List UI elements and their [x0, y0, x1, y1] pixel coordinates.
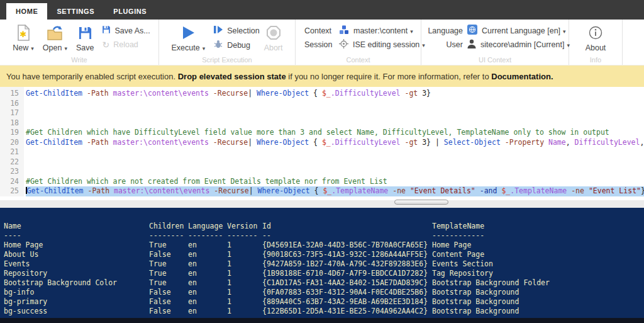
- code-editor[interactable]: 15Get-ChildItem -Path master:\content\ev…: [0, 87, 644, 196]
- console-cell-template: Tag Repository: [432, 269, 640, 278]
- info-icon: [589, 23, 602, 42]
- tab-settings[interactable]: SETTINGS: [47, 3, 104, 20]
- svg-text:✱: ✱: [20, 30, 27, 39]
- documentation-link[interactable]: Documentation.: [491, 72, 553, 81]
- console-cell-id: {9427A859-1B27-470A-A79C-432F892883E6}: [262, 259, 432, 269]
- code-line[interactable]: 17: [0, 108, 644, 118]
- col-header-version: Version: [227, 222, 262, 231]
- selection-button[interactable]: Selection: [213, 25, 259, 36]
- console-cell-children: True: [149, 259, 188, 269]
- user-icon: [467, 39, 476, 50]
- console-cell-version: 1: [227, 297, 262, 307]
- new-document-icon: ✱: [16, 23, 30, 42]
- console-cell-language: en: [188, 278, 227, 288]
- line-number: 24: [0, 177, 24, 187]
- splitter-band: [0, 200, 644, 208]
- execute-icon: [180, 23, 196, 42]
- save-as-button[interactable]: Save As...: [102, 25, 150, 36]
- selection-label: Selection: [227, 26, 259, 35]
- user-value: sitecore\admin [Current]: [480, 40, 570, 49]
- execute-button-label: Execute: [171, 43, 205, 52]
- console-cell-language: en: [188, 259, 227, 269]
- code-line[interactable]: 24#Get Children which are not created fr…: [0, 177, 644, 187]
- console-cell-version: 1: [227, 307, 262, 316]
- line-number: 20: [0, 138, 24, 148]
- language-dropdown[interactable]: Language Current Language [en]: [428, 25, 570, 36]
- console-cell-children: True: [149, 269, 188, 278]
- console-row: About UsFalseen1{90018C63-73F5-41A3-932C…: [4, 250, 640, 259]
- notice-text-2: if you no longer require it. For more in…: [286, 72, 492, 81]
- open-button-label: Open: [43, 43, 67, 52]
- console-cell-id: {D45691EA-32A0-44D3-B56C-7B70A0CFA65E}: [262, 241, 432, 250]
- console-cell-language: en: [188, 250, 227, 259]
- run-selection-icon: [213, 25, 223, 36]
- open-button[interactable]: Open: [38, 23, 72, 52]
- code-line[interactable]: 25Get-ChildItem -Path master:\content\ev…: [0, 186, 644, 196]
- debug-button[interactable]: Debug: [213, 40, 259, 50]
- console-cell-id: {90018C63-73F5-41A3-932C-1286A44AFF5E}: [262, 250, 432, 259]
- debug-bug-icon: [213, 40, 223, 50]
- context-value: master:\content: [353, 26, 413, 35]
- code-line[interactable]: 22: [0, 157, 644, 167]
- code-text: Get-ChildItem -Path master:\content\even…: [26, 89, 431, 99]
- globe-icon: [467, 25, 477, 37]
- script-execution-group-label: Script Execution: [159, 56, 295, 64]
- col-header-templatename: TemplateName: [432, 222, 640, 231]
- console-output[interactable]: Name Children Language Version Id Templa…: [0, 208, 644, 323]
- console-cell-name: bg-info: [4, 288, 149, 297]
- underline-version: -------: [227, 231, 262, 241]
- console-underline-row: ---- -------- -------- ------- -- ------…: [4, 231, 640, 241]
- console-cell-children: True: [149, 278, 188, 288]
- code-text: Get-ChildItem -Path master:\content\even…: [26, 186, 644, 196]
- user-dropdown[interactable]: User sitecore\admin [Current]: [428, 39, 570, 50]
- tab-home[interactable]: HOME: [6, 3, 47, 20]
- drop-session-link[interactable]: Drop elevated session state: [178, 72, 286, 81]
- execute-button[interactable]: Execute: [167, 23, 209, 52]
- new-button[interactable]: ✱ New: [8, 23, 38, 52]
- underline-name: ----: [4, 231, 149, 241]
- context-dropdown[interactable]: Context master:\content: [304, 25, 425, 36]
- language-value: Current Language [en]: [482, 26, 566, 35]
- console-row: RepositoryTrueen1{1B98188E-6710-4D67-A7F…: [4, 269, 640, 278]
- console-cell-template: Bootstrap Background: [432, 307, 640, 316]
- console-cell-version: 1: [227, 269, 262, 278]
- code-line[interactable]: 21: [0, 147, 644, 157]
- code-line[interactable]: 23: [0, 167, 644, 177]
- context-caption: Context: [304, 26, 335, 35]
- about-button[interactable]: About: [581, 23, 611, 52]
- code-line[interactable]: 15Get-ChildItem -Path master:\content\ev…: [0, 89, 644, 99]
- reload-icon: ↻: [102, 40, 109, 50]
- about-button-label: About: [586, 43, 606, 52]
- session-dropdown[interactable]: Session ISE editing session: [304, 39, 425, 50]
- tab-plugins[interactable]: PLUGINS: [104, 3, 156, 20]
- reload-button[interactable]: ↻ Reload: [102, 40, 150, 50]
- console-row: Home PageTrueen1{D45691EA-32A0-44D3-B56C…: [4, 241, 640, 250]
- save-button[interactable]: Save: [72, 23, 99, 52]
- col-header-children: Children: [149, 222, 188, 231]
- line-number: 15: [0, 89, 24, 99]
- abort-button[interactable]: Abort: [260, 23, 287, 52]
- splitter-handle[interactable]: [394, 200, 448, 205]
- open-folder-icon: [47, 23, 63, 42]
- code-line[interactable]: 16: [0, 99, 644, 109]
- ribbon-group-write: ✱ New Open Save: [0, 20, 159, 65]
- console-cell-name: About Us: [4, 250, 149, 259]
- abort-button-label: Abort: [264, 43, 283, 52]
- user-caption: User: [428, 40, 463, 49]
- write-group-label: Write: [0, 56, 158, 64]
- abort-icon: [266, 23, 281, 42]
- console-cell-name: bg-success: [4, 307, 149, 316]
- console-row: bg-infoFalseen1{0FA07883-633F-4312-90A4-…: [4, 288, 640, 297]
- save-button-label: Save: [76, 43, 94, 52]
- console-cell-template: Bootstrap Background Folder: [432, 278, 640, 288]
- console-cell-id: {0FA07883-633F-4312-90A4-F0EC4DBE25B6}: [262, 288, 432, 297]
- code-line[interactable]: 18: [0, 118, 644, 128]
- console-row: EventsTrueen1{9427A859-1B27-470A-A79C-43…: [4, 259, 640, 269]
- console-cell-version: 1: [227, 278, 262, 288]
- code-line[interactable]: 20Get-ChildItem -Path master:\content\ev…: [0, 138, 644, 148]
- splitter: [0, 196, 644, 208]
- console-cell-version: 1: [227, 241, 262, 250]
- line-number: 16: [0, 99, 24, 109]
- session-target-icon: [339, 39, 348, 50]
- code-line[interactable]: 19#Get Children which have DifficultyLev…: [0, 128, 644, 138]
